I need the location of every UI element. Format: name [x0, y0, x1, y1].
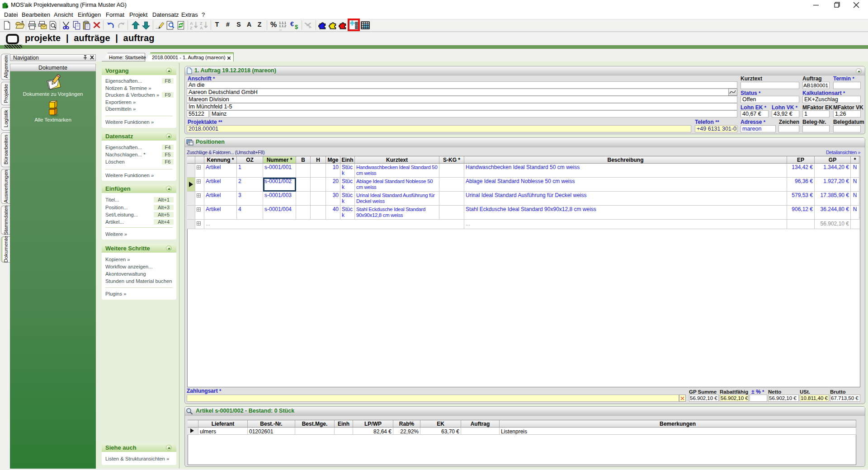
svg-text:$: $: [295, 24, 298, 30]
svg-text:€: €: [290, 20, 294, 28]
svg-text:A: A: [200, 26, 203, 30]
svg-text:...: ...: [279, 28, 282, 30]
svg-text:Z: Z: [190, 26, 193, 30]
svg-text:A: A: [190, 21, 193, 26]
svg-text:Z: Z: [200, 21, 203, 26]
